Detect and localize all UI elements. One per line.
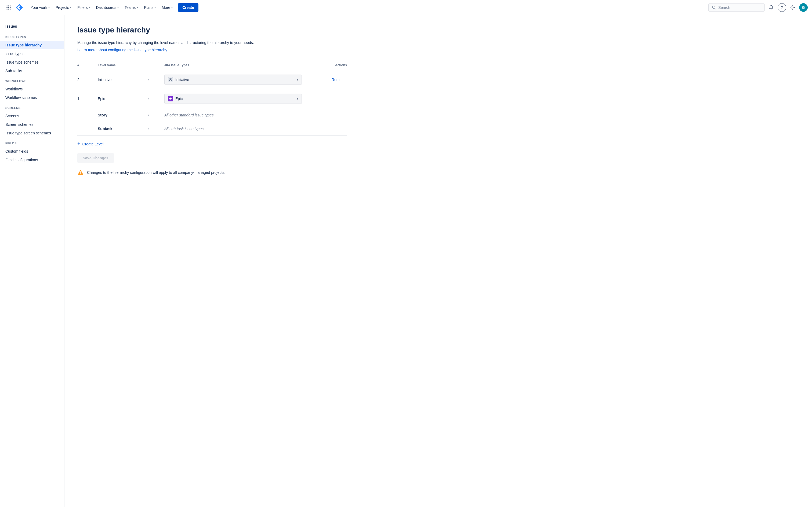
chevron-down-icon: ▾ [137,6,138,9]
chevron-down-icon: ▾ [89,6,90,9]
sidebar-item-workflows[interactable]: Workflows [0,85,64,93]
level-name: Initiative [98,77,111,82]
level-name: Epic [98,97,105,101]
left-arrow-icon: ← [143,126,156,131]
page-description: Manage the issue type hierarchy by chang… [77,40,347,46]
sidebar-item-sub-tasks[interactable]: Sub-tasks [0,66,64,75]
settings-icon[interactable] [789,3,797,12]
col-header-actions: Actions [306,61,347,70]
top-navigation: Your work ▾ Projects ▾ Filters ▾ Dashboa… [0,0,812,15]
warning-box: ! Changes to the hierarchy configuration… [77,169,347,176]
svg-rect-4 [8,7,9,8]
svg-rect-3 [7,7,7,8]
notifications-icon[interactable] [767,3,775,12]
svg-rect-2 [10,5,10,6]
sidebar-item-issue-types[interactable]: Issue types [0,49,64,58]
nav-your-work[interactable]: Your work ▾ [28,4,52,11]
level-name-cell: Epic [93,89,139,108]
level-name-cell: Subtask [93,122,139,136]
sidebar: Issues ISSUE TYPESIssue type hierarchyIs… [0,15,64,507]
sidebar-top-item-issues[interactable]: Issues [0,21,64,31]
jira-logo[interactable] [15,3,23,12]
search-box[interactable] [708,3,765,11]
grid-menu-icon[interactable] [4,3,13,12]
issue-type-cell: Initiative▾ [160,70,306,89]
col-header-level-name: Level Name [93,61,139,70]
arrow-cell: ← [139,70,160,89]
warning-text: Changes to the hierarchy configuration w… [87,170,225,175]
table-row: Story←All other standard issue types [77,108,347,122]
nav-filters[interactable]: Filters ▾ [74,4,93,11]
chevron-down-icon: ▾ [154,6,156,9]
left-arrow-icon: ← [143,96,156,101]
plus-icon: + [77,141,80,147]
level-name: Story [98,113,107,117]
issue-type-select[interactable]: Epic▾ [164,94,302,104]
row-number: 1 [77,89,93,108]
issue-type-select[interactable]: Initiative▾ [164,74,302,85]
create-button[interactable]: Create [178,3,198,12]
epic-type-icon [168,96,173,101]
nav-teams[interactable]: Teams ▾ [122,4,141,11]
sidebar-item-issue-type-screen-schemes[interactable]: Issue type screen schemes [0,129,64,137]
col-header-jira-issue-types: Jira Issue Types [160,61,306,70]
row-number: 2 [77,70,93,89]
issue-type-placeholder: All other standard issue types [164,113,214,117]
sidebar-item-custom-fields[interactable]: Custom fields [0,147,64,156]
chevron-down-icon: ▾ [48,6,50,9]
nav-plans[interactable]: Plans ▾ [141,4,158,11]
sidebar-item-issue-type-hierarchy[interactable]: Issue type hierarchy [0,41,64,49]
arrow-cell: ← [139,122,160,136]
actions-cell: Rem... [306,70,347,89]
sidebar-section-title: ISSUE TYPES [0,31,64,41]
svg-point-13 [170,79,171,80]
create-level-label: Create Level [83,142,104,146]
nav-projects[interactable]: Projects ▾ [53,4,74,11]
nav-more[interactable]: More ▾ [159,4,175,11]
search-input[interactable] [718,5,761,10]
sidebar-item-issue-type-schemes[interactable]: Issue type schemes [0,58,64,66]
sidebar-item-workflow-schemes[interactable]: Workflow schemes [0,93,64,102]
issue-type-cell: Epic▾ [160,89,306,108]
create-level-button[interactable]: + Create Level [77,136,347,149]
sidebar-section-title: SCREENS [0,102,64,112]
svg-line-10 [715,8,716,9]
chevron-down-icon: ▾ [117,6,119,9]
issue-type-cell: All sub-task issue types [160,122,306,136]
remove-action-link[interactable]: Rem... [327,77,343,82]
hierarchy-table: # Level Name Jira Issue Types Actions 2I… [77,61,347,136]
save-changes-button[interactable]: Save Changes [77,153,114,163]
nav-dashboards[interactable]: Dashboards ▾ [93,4,121,11]
sidebar-item-field-configurations[interactable]: Field configurations [0,156,64,164]
sidebar-sections: ISSUE TYPESIssue type hierarchyIssue typ… [0,31,64,164]
search-icon [712,5,716,10]
svg-point-11 [792,7,794,8]
svg-rect-7 [8,9,9,9]
issue-type-cell: All other standard issue types [160,108,306,122]
chevron-down-icon: ▾ [171,6,173,9]
level-name-cell: Initiative [93,70,139,89]
sidebar-item-screens[interactable]: Screens [0,112,64,120]
nav-items: Your work ▾ Projects ▾ Filters ▾ Dashboa… [28,3,707,12]
main-content: Issue type hierarchy Manage the issue ty… [64,15,360,507]
left-arrow-icon: ← [143,77,156,82]
sidebar-section-title: WORKFLOWS [0,75,64,85]
warning-icon: ! [77,169,84,176]
svg-rect-5 [10,7,10,8]
learn-more-link[interactable]: Learn more about configuring the issue t… [77,48,167,52]
arrow-cell: ← [139,108,160,122]
svg-text:!: ! [80,171,81,175]
hierarchy-table-body: 2Initiative←Initiative▾Rem...1Epic←Epic▾… [77,70,347,136]
select-chevron-icon: ▾ [297,97,298,101]
issue-type-placeholder: All sub-task issue types [164,127,204,131]
svg-rect-6 [7,9,7,9]
user-avatar[interactable]: G [799,3,808,12]
initiative-type-icon [168,77,173,82]
issue-type-label: Epic [175,97,183,101]
col-header-number: # [77,61,93,70]
help-icon[interactable]: ? [778,3,786,12]
sidebar-item-screen-schemes[interactable]: Screen schemes [0,120,64,129]
sidebar-section-title: FIELDS [0,137,64,147]
level-name-cell: Story [93,108,139,122]
svg-point-9 [712,6,715,9]
